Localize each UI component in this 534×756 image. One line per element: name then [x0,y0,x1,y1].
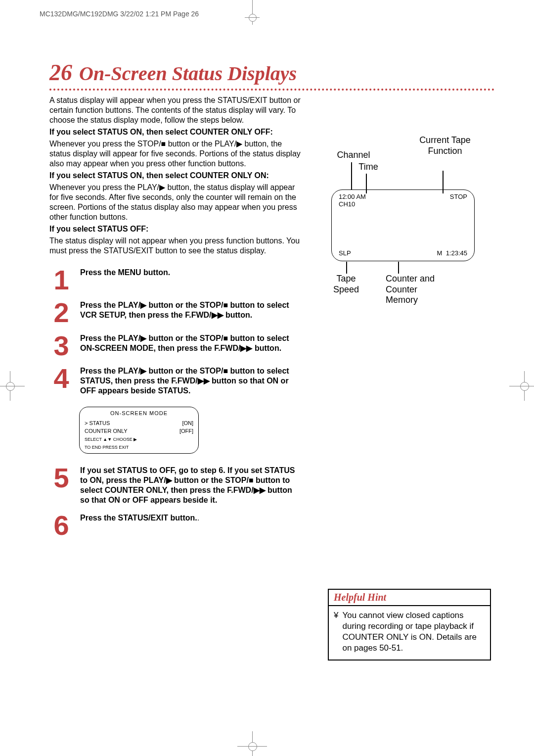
menu-row-label: > STATUS [85,420,110,427]
step-text: Press the PLAY/▶ button or the STOP/■ bu… [80,333,302,358]
menu-footer-2: TO END PRESS EXIT [85,445,193,450]
step-text: Press the MENU button. [80,268,302,292]
menu-title: ON-SCREEN MODE [85,410,193,417]
title-divider [49,89,494,91]
crop-mark-top [245,0,260,25]
label-tape-speed: Tape Speed [324,274,368,295]
menu-row: COUNTER ONLY [OFF] [85,428,193,435]
line [346,262,347,274]
hint-title: Helpful Hint [329,590,490,606]
step-text: Press the PLAY/▶ button or the STOP/■ bu… [80,366,302,396]
intro-text: A status display will appear when you pr… [49,95,302,256]
title-text: On-Screen Status Displays [79,62,297,85]
menu-row-label: COUNTER ONLY [85,428,128,435]
step-5: 5 If you set STATUS to OFF, go to step 6… [49,466,302,505]
steps-list: 1 Press the MENU button. 2 Press the PLA… [49,268,302,538]
crop-mark-bottom [237,731,267,756]
intro-heading-2: If you select STATUS ON, then select COU… [49,171,302,181]
menu-screen: ON-SCREEN MODE > STATUS [ON] COUNTER ONL… [79,407,199,454]
status-diagram: Channel Time Current Tape Function Tape … [312,115,494,333]
screen-stop: STOP [450,193,467,208]
step-4: 4 Press the PLAY/▶ button or the STOP/■ … [49,366,302,458]
step-text: Press the STATUS/EXIT button.. [80,513,302,538]
intro-body-3: The status display will not appear when … [49,236,302,256]
intro-body-2: Whenever you press the PLAY/▶ button, th… [49,183,302,222]
intro-paragraph: A status display will appear when you pr… [49,95,302,125]
step-3: 3 Press the PLAY/▶ button or the STOP/■ … [49,333,302,358]
label-time: Time [349,162,388,173]
page-title: 26 On-Screen Status Displays [49,59,494,86]
step-text: Press the PLAY/▶ button or the STOP/■ bu… [80,300,302,325]
step-number: 1 [49,268,73,292]
title-number: 26 [49,59,72,86]
line [398,262,399,274]
label-counter: Counter and Counter Memory [386,274,445,306]
bullet-icon: ¥ [334,610,338,654]
menu-row: > STATUS [ON] [85,420,193,427]
step-number: 5 [49,466,73,505]
step-2: 2 Press the PLAY/▶ button or the STOP/■ … [49,300,302,325]
screen-slp: SLP [339,249,351,257]
intro-body-1: Whenever you press the STOP/■ button or … [49,139,302,169]
crop-header: MC132DMG/MC192DMG 3/22/02 1:21 PM Page 2… [40,10,199,18]
step-text: If you set STATUS to OFF, go to step 6. … [80,466,302,505]
hint-text: You cannot view closed captions during r… [342,610,485,654]
screen-m: M [437,249,443,257]
screen-channel: CH10 [339,200,366,208]
label-channel: Channel [329,150,378,161]
screen-counter: 1:23:45 [446,249,467,257]
hint-bullet: ¥ You cannot view closed captions during… [334,610,485,654]
intro-heading-3: If you select STATUS OFF: [49,224,302,234]
screen-time: 12:00 AM [339,193,366,200]
line [351,162,352,189]
screen-box: 12:00 AM CH10 STOP SLP M 1:23:45 [331,189,475,261]
label-current-func: Current Tape Function [415,135,475,156]
step-number: 4 [49,366,73,396]
step-1: 1 Press the MENU button. [49,268,302,292]
step-number: 3 [49,333,73,358]
step-number: 6 [49,513,73,538]
menu-row-value: [ON] [182,420,193,427]
helpful-hint-box: Helpful Hint ¥ You cannot view closed ca… [328,589,491,661]
step-6: 6 Press the STATUS/EXIT button.. [49,513,302,538]
crop-mark-right [509,371,534,401]
step-number: 2 [49,300,73,325]
menu-footer-1: SELECT ▲▼ CHOOSE ▶ [85,437,193,442]
menu-row-value: [OFF] [179,428,193,435]
crop-mark-left [0,371,25,401]
intro-heading-1: If you select STATUS ON, then select COU… [49,127,302,137]
